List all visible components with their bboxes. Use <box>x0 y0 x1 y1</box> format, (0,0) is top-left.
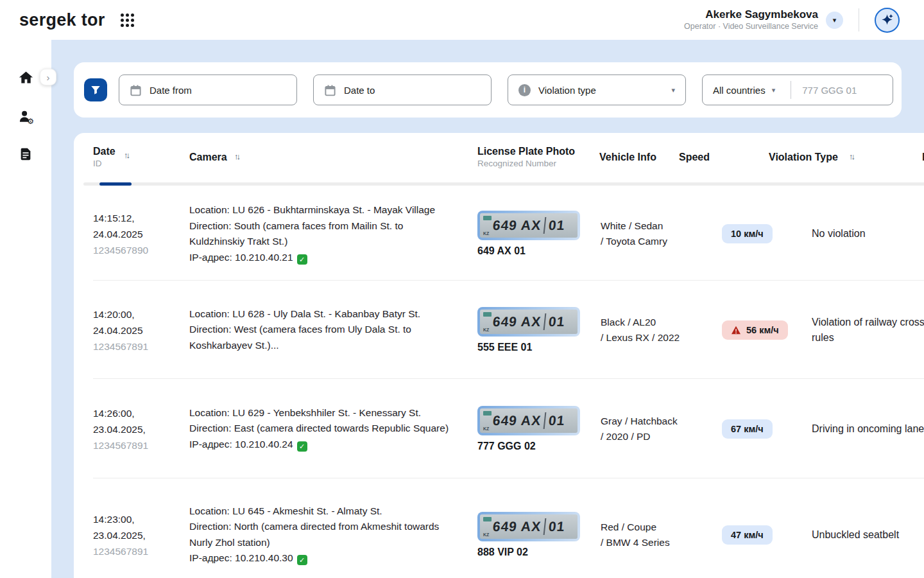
camera-cell: Location: LU 645 - Akmeshit St. - Almaty… <box>189 504 454 566</box>
warning-icon <box>731 326 741 335</box>
kz-flag-icon <box>483 312 492 317</box>
gear-icon: ⚙ <box>27 118 34 125</box>
column-header-date: Date ID <box>93 146 116 168</box>
sidebar-expand-button[interactable]: › <box>40 69 56 85</box>
home-icon <box>19 70 33 85</box>
column-header-camera: Camera <box>189 152 227 163</box>
check-icon: ✓ <box>297 441 307 451</box>
speed-cell: 67 км/ч <box>722 419 773 439</box>
kz-flag-icon <box>483 216 492 220</box>
sidebar: ⚙ › <box>0 40 51 578</box>
violation-cell: Unbuckled seatbelt <box>812 527 924 543</box>
table-row[interactable]: 14:26:00, 23.04.2025, 1234567891 Locatio… <box>74 379 924 478</box>
user-name: Akerke Sagymbekova <box>684 8 818 21</box>
sort-icon-violation[interactable]: ↑↓ <box>849 152 853 161</box>
plate-cell: KZ 649 AX 01 888 VIP 02 <box>477 512 599 558</box>
assistant-button[interactable] <box>875 8 900 33</box>
check-icon: ✓ <box>297 555 307 565</box>
filters-panel: Date from Date to i Violation type ▾ All… <box>74 62 902 118</box>
violation-cell: Driving in oncoming lane <box>812 421 924 437</box>
date-cell: 14:23:00, 23.04.2025, 1234567891 <box>93 511 176 559</box>
vehicle-cell: Gray / Hatchback / 2020 / PD <box>601 414 710 444</box>
horizontal-scrollbar[interactable] <box>83 182 924 186</box>
speed-badge: 47 км/ч <box>722 525 773 545</box>
event-id: 1234567891 <box>93 338 176 354</box>
vehicle-cell: White / Sedan / Toyota Camry <box>601 218 710 249</box>
plate-search-input[interactable] <box>802 85 873 96</box>
date-to-field[interactable]: Date to <box>313 74 492 105</box>
license-plate-photo[interactable]: KZ 649 AX 01 <box>477 211 580 240</box>
divider <box>859 8 859 31</box>
brand-logo[interactable]: sergek tor <box>19 10 105 30</box>
user-role: Operator · Video Surveillance Service <box>684 21 818 31</box>
document-icon <box>19 147 33 161</box>
calendar-icon <box>130 84 142 96</box>
user-dropdown-button[interactable]: ▾ <box>826 12 843 29</box>
plate-cell: KZ 649 AX 01 555 EEE 01 <box>477 307 599 353</box>
column-header-speed: Speed <box>679 152 710 163</box>
table-row[interactable]: 14:15:12, 24.04.2025 1234567890 Location… <box>74 187 924 281</box>
countries-plate-field[interactable]: All countries ▾ <box>702 74 893 105</box>
sidebar-item-operators[interactable]: ⚙ <box>0 102 51 130</box>
apps-grid-icon[interactable] <box>121 13 134 27</box>
table-header: Date ID ↑↓ Camera ↑↓ License Plate Photo… <box>74 133 924 182</box>
speed-cell: 56 км/ч <box>722 320 788 340</box>
date-cell: 14:15:12, 24.04.2025 1234567890 <box>93 210 176 258</box>
chevron-down-icon: ▾ <box>772 86 776 94</box>
violation-cell: Violation of railway crossing rules <box>812 315 924 346</box>
chevron-down-icon: ▾ <box>833 16 837 24</box>
table-row[interactable]: 14:20:00, 24.04.2025 1234567891 Location… <box>74 281 924 379</box>
event-id: 1234567891 <box>93 437 176 453</box>
license-plate-photo[interactable]: KZ 649 AX 01 <box>477 307 580 337</box>
column-header-vehicle: Vehicle Info <box>599 152 656 163</box>
plate-cell: KZ 649 AX 01 649 AX 01 <box>477 211 599 257</box>
camera-cell: Location: LU 626 - Bukhtarminskaya St. -… <box>189 202 454 265</box>
filter-button[interactable] <box>84 78 107 101</box>
chevron-down-icon: ▾ <box>671 86 675 94</box>
sort-icon-camera[interactable]: ↑↓ <box>234 152 239 161</box>
plate-cell: KZ 649 AX 01 777 GGG 02 <box>477 406 599 452</box>
table-row[interactable]: 14:23:00, 23.04.2025, 1234567891 Locatio… <box>74 478 924 578</box>
violation-type-label: Violation type <box>538 85 596 96</box>
recognized-number: 777 GGG 02 <box>477 441 599 452</box>
check-icon: ✓ <box>297 254 307 265</box>
date-from-label: Date from <box>150 85 192 96</box>
vehicle-cell: Red / Coupe / BMW 4 Series <box>601 520 710 550</box>
recognized-number: 555 EEE 01 <box>477 342 599 353</box>
recognized-number: 649 AX 01 <box>477 245 599 257</box>
sparkle-icon <box>880 13 894 27</box>
calendar-icon <box>324 84 336 96</box>
license-plate-photo[interactable]: KZ 649 AX 01 <box>477 512 580 541</box>
column-header-plate: License Plate Photo Recognized Number <box>477 146 575 168</box>
countries-label: All countries <box>713 85 766 96</box>
date-cell: 14:26:00, 23.04.2025, 1234567891 <box>93 405 176 453</box>
column-header-violation: Violation Type <box>769 152 838 163</box>
divider <box>791 81 791 99</box>
results-table: Date ID ↑↓ Camera ↑↓ License Plate Photo… <box>74 133 924 578</box>
kz-flag-icon <box>483 517 492 521</box>
camera-cell: Location: LU 628 - Uly Dala St. - Kabanb… <box>189 306 454 354</box>
user-menu[interactable]: Akerke Sagymbekova Operator · Video Surv… <box>684 8 843 31</box>
speed-badge: 10 км/ч <box>722 224 773 243</box>
violation-type-select[interactable]: i Violation type ▾ <box>508 74 686 105</box>
recognized-number: 888 VIP 02 <box>477 547 599 558</box>
event-id: 1234567891 <box>93 543 176 559</box>
sort-icon-date[interactable]: ↑↓ <box>124 150 128 160</box>
horizontal-scrollbar-thumb[interactable] <box>99 182 132 186</box>
top-bar: sergek tor Akerke Sagymbekova Operator ·… <box>0 0 924 40</box>
table-body: 14:15:12, 24.04.2025 1234567890 Location… <box>74 187 924 578</box>
violation-cell: No violation <box>812 226 924 241</box>
date-from-field[interactable]: Date from <box>119 74 297 105</box>
speed-badge-alert: 56 км/ч <box>722 320 788 340</box>
info-icon: i <box>518 84 531 96</box>
speed-cell: 10 км/ч <box>722 224 773 243</box>
funnel-icon <box>90 84 101 96</box>
chevron-right-icon: › <box>47 72 50 83</box>
sidebar-item-reports[interactable] <box>0 140 51 168</box>
kz-flag-icon <box>483 411 492 416</box>
date-to-label: Date to <box>344 85 375 96</box>
speed-cell: 47 км/ч <box>722 525 773 545</box>
camera-cell: Location: LU 629 - Yenbekshhiler St. - K… <box>189 405 454 453</box>
event-id: 1234567890 <box>93 242 176 258</box>
license-plate-photo[interactable]: KZ 649 AX 01 <box>477 406 580 435</box>
